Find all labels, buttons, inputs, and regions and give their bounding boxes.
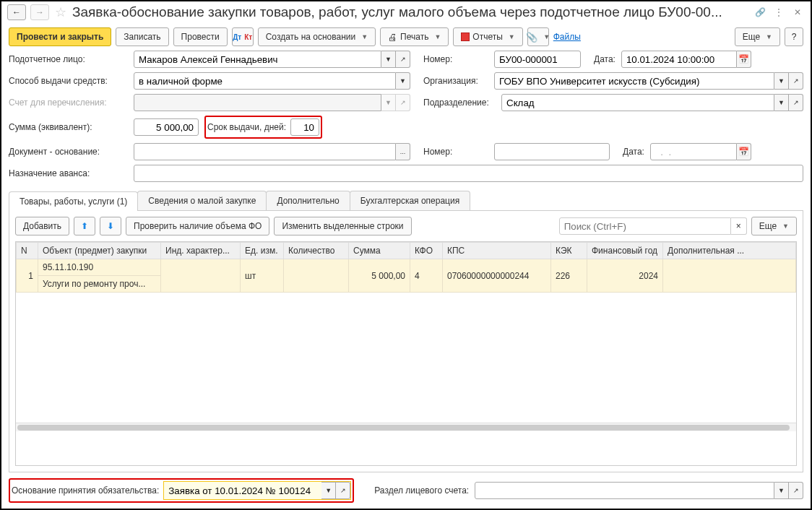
date-input[interactable]: [621, 51, 737, 68]
add-button[interactable]: Добавить: [15, 217, 69, 235]
docbase-label: Документ - основание:: [9, 147, 128, 157]
col-finyear[interactable]: Финансовый год: [587, 243, 663, 259]
basis-label: Основание принятия обязательства:: [12, 485, 159, 496]
sum-label: Сумма (эквивалент):: [9, 122, 128, 132]
col-kfo[interactable]: КФО: [410, 243, 443, 259]
tab-additional[interactable]: Дополнительно: [266, 191, 350, 210]
dept-label: Подразделение:: [423, 98, 496, 108]
open-button[interactable]: ↗: [789, 482, 803, 499]
period-highlight: Срок выдачи, дней:: [204, 116, 322, 139]
period-label: Срок выдачи, дней:: [207, 122, 286, 132]
dtkt-button[interactable]: ДтКт: [232, 27, 254, 46]
move-up-button[interactable]: ⬆: [74, 217, 95, 235]
dropdown-button: ▼: [381, 94, 396, 111]
dropdown-button[interactable]: ▼: [396, 72, 410, 90]
accountable-input[interactable]: [134, 51, 381, 68]
chevron-down-icon: ▼: [361, 33, 368, 40]
window-title: Заявка-обоснование закупки товаров, рабо…: [72, 4, 748, 20]
col-object[interactable]: Объект (предмет) закупки: [38, 243, 161, 259]
arrow-up-icon: ⬆: [81, 221, 88, 231]
cell-qty: [284, 259, 349, 293]
calendar-button[interactable]: [737, 143, 751, 160]
calendar-icon: [738, 54, 749, 64]
h-scrollbar[interactable]: [16, 423, 796, 431]
submit-button[interactable]: Провести: [173, 27, 228, 46]
dropdown-button[interactable]: ▼: [381, 51, 396, 68]
tab-more-button[interactable]: Еще▼: [751, 217, 797, 235]
cell-kps: 07060000000000244: [443, 259, 551, 293]
open-button[interactable]: ↗: [336, 482, 350, 499]
tab-toolbar: Добавить ⬆ ⬇ Проверить наличие объема ФО…: [15, 217, 797, 235]
col-kps[interactable]: КПС: [443, 243, 551, 259]
open-button: ↗: [396, 94, 410, 111]
cell-kek: 226: [551, 259, 587, 293]
col-extra[interactable]: Дополнительная ...: [663, 243, 796, 259]
nav-forward-button[interactable]: →: [30, 4, 49, 20]
col-sum[interactable]: Сумма: [349, 243, 410, 259]
ellipsis-button[interactable]: ...: [396, 143, 410, 160]
open-button[interactable]: ↗: [396, 51, 410, 68]
search-input[interactable]: [559, 217, 731, 235]
tabs: Товары, работы, услуги (1) Сведения о ма…: [9, 191, 803, 211]
col-qty[interactable]: Количество: [284, 243, 349, 259]
link-icon[interactable]: 🔗: [753, 5, 767, 20]
open-button[interactable]: ↗: [789, 72, 803, 90]
open-button[interactable]: ↗: [789, 94, 803, 111]
accountable-label: Подотчетное лицо:: [9, 54, 128, 64]
col-n[interactable]: N: [17, 243, 38, 259]
attach-button[interactable]: ▼: [527, 27, 549, 46]
search-clear-button[interactable]: ×: [731, 217, 747, 235]
docdate-input[interactable]: [650, 143, 737, 160]
method-input[interactable]: [134, 72, 396, 90]
table-row[interactable]: 1 95.11.10.190 шт 5 000,00 4 07060000000…: [17, 259, 796, 276]
nav-back-button[interactable]: ←: [7, 4, 26, 20]
document-window: ← → ☆ Заявка-обоснование закупки товаров…: [0, 0, 812, 510]
account-section-input[interactable]: [475, 482, 774, 499]
docnum-input[interactable]: [494, 143, 610, 160]
account-label: Счет для перечисления:: [9, 98, 128, 108]
form-body: Подотчетное лицо: ▼ ↗ Номер: Дата: Спосо…: [1, 51, 811, 509]
col-unit[interactable]: Ед. изм.: [241, 243, 284, 259]
col-ind[interactable]: Инд. характер...: [161, 243, 241, 259]
number-input[interactable]: [494, 51, 581, 68]
move-down-button[interactable]: ⬇: [100, 217, 121, 235]
advance-input[interactable]: [134, 165, 803, 182]
help-button[interactable]: ?: [785, 27, 803, 46]
tab-goods[interactable]: Товары, работы, услуги (1): [9, 191, 138, 211]
reports-button[interactable]: Отчеты▼: [453, 27, 522, 46]
chevron-down-icon: ▼: [509, 33, 515, 40]
dropdown-button[interactable]: ▼: [774, 94, 789, 111]
calendar-button[interactable]: [737, 51, 751, 68]
chevron-down-icon: ▼: [434, 33, 441, 40]
dropdown-button[interactable]: ▼: [321, 482, 336, 499]
tab-accounting[interactable]: Бухгалтерская операция: [350, 191, 470, 210]
submit-close-button[interactable]: Провести и закрыть: [9, 27, 111, 46]
more-button[interactable]: Еще▼: [735, 27, 780, 46]
kebab-icon[interactable]: ⋮: [772, 5, 786, 20]
docbase-input[interactable]: [134, 143, 396, 160]
number-label: Номер:: [423, 54, 488, 64]
sum-input[interactable]: [134, 118, 199, 136]
docnum-label: Номер:: [423, 147, 488, 157]
date-label: Дата:: [594, 54, 616, 64]
tab-purchase-info[interactable]: Сведения о малой закупке: [137, 191, 267, 210]
cell-ind: [161, 259, 241, 293]
save-button[interactable]: Записать: [116, 27, 168, 46]
create-based-button[interactable]: Создать на основании▼: [258, 27, 376, 46]
close-icon[interactable]: ✕: [790, 5, 805, 20]
period-input[interactable]: [290, 118, 319, 136]
dept-input[interactable]: [501, 94, 774, 111]
edit-rows-button[interactable]: Изменить выделенные строки: [274, 217, 411, 235]
files-link[interactable]: Файлы: [553, 32, 581, 42]
org-input[interactable]: [494, 72, 774, 90]
dropdown-button[interactable]: ▼: [774, 482, 789, 499]
cell-sum: 5 000,00: [349, 259, 410, 293]
basis-input[interactable]: [164, 482, 321, 499]
check-volume-button[interactable]: Проверить наличие объема ФО: [126, 217, 269, 235]
chevron-down-icon: ▼: [766, 33, 772, 40]
report-icon: [461, 33, 470, 41]
dropdown-button[interactable]: ▼: [774, 72, 789, 90]
favorite-icon[interactable]: ☆: [55, 4, 66, 20]
col-kek[interactable]: КЭК: [551, 243, 587, 259]
print-button[interactable]: Печать▼: [380, 27, 449, 46]
